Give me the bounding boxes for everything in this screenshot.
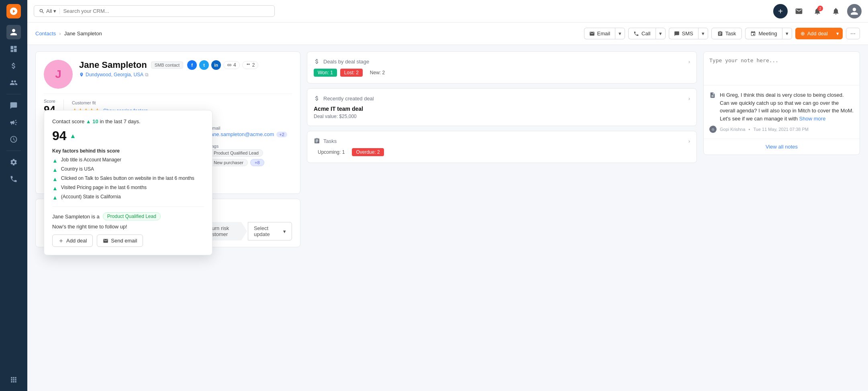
meeting-btn-label: Meeting [758,31,777,37]
sidebar-item-marketing[interactable] [6,115,21,130]
pql-row: Jane Sampleton is a Product Qualified Le… [52,212,204,220]
email-label: Email [209,126,292,130]
email-btn-label: Email [597,31,611,37]
social-icons: f t in 4 2 [187,60,258,70]
deals-header: Deals by deal stage › [314,58,690,65]
select-update-dropdown[interactable]: Select update ▾ [248,222,292,240]
top-navigation: All ▾ + 2 [27,0,868,22]
deals-chevron: › [688,59,690,65]
sidebar-item-settings[interactable] [6,155,21,169]
twitter-icon[interactable]: t [199,60,209,70]
profile-info: Jane Sampleton SMB contact f t in 4 [79,60,292,77]
facebook-icon[interactable]: f [187,60,197,70]
meeting-button[interactable]: Meeting [745,28,782,39]
popup-actions: Add deal Send email [52,234,204,247]
tags-field: Tags Product Qualified Lead New purchase… [209,141,292,169]
factors-title: Key factors behind this score [52,148,204,154]
recent-deal-name: Acme IT team deal [314,106,690,112]
search-filter-dropdown[interactable]: All ▾ [39,8,60,14]
more-options-button[interactable]: ⋯ [846,28,860,39]
call-btn-label: Call [641,31,650,37]
email-icon[interactable] [792,4,806,18]
sidebar-item-chat[interactable] [6,98,21,113]
recent-deal-chevron: › [688,96,690,102]
add-deal-button[interactable]: ⊕ Add deal [795,28,833,39]
customer-fit-label: Customer fit [72,100,151,105]
search-input[interactable] [63,8,270,14]
factor-up-icon-2: ▲ [52,167,58,173]
task-button[interactable]: Task [711,28,742,39]
note-timestamp: Tue 11 May, 2021 07:38 PM [753,127,809,132]
deals-new: New: 2 [366,69,389,77]
tag-list: Product Qualified Lead New purchaser +8 [209,149,292,166]
search-bar[interactable]: All ▾ [34,5,275,17]
show-more-link[interactable]: Show more [799,116,826,122]
popup-add-deal-btn[interactable]: Add deal [52,234,93,247]
email-more-badge[interactable]: +2 [276,132,287,137]
notification-icon[interactable] [829,4,843,18]
sms-button[interactable]: SMS [669,28,698,39]
tag-pql: Product Qualified Lead [209,149,263,157]
add-button[interactable]: + [773,4,788,18]
view-all-notes-btn[interactable]: View all notes [704,138,860,155]
tag-more[interactable]: +8 [250,159,264,166]
user-avatar[interactable] [847,4,862,18]
app-logo[interactable] [6,4,21,18]
sidebar-item-phone[interactable] [6,172,21,186]
sidebar-item-dashboard[interactable] [6,42,21,56]
deals-stage-card: Deals by deal stage › Won: 1 Lost: 2 New… [307,51,697,83]
sidebar-item-contacts[interactable] [6,25,21,39]
add-deal-caret[interactable]: ▾ [833,28,843,39]
notes-input[interactable] [704,52,860,84]
tasks-title: Tasks [323,138,337,144]
contact-location[interactable]: Dundywood, Georgia, USA ⧉ [79,72,292,77]
sms-caret[interactable]: ▾ [698,28,708,39]
note-meta: G Gopi Krishna • Tue 11 May, 2021 07:38 … [709,126,854,133]
meeting-caret[interactable]: ▾ [782,28,792,39]
factor-up-icon-5: ▲ [52,194,58,201]
email-button[interactable]: Email [584,28,615,39]
meeting-action: Meeting ▾ [745,28,792,39]
left-column: J Jane Sampleton SMB contact f t in [35,51,300,247]
sidebar-item-groups[interactable] [6,75,21,90]
deals-lost: Lost: 2 [340,69,363,77]
email-field: Email jane.sampleton@acme.com +2 [209,122,292,141]
topnav-actions: + 2 [773,4,862,18]
links-count[interactable]: 4 [223,61,240,69]
email-value[interactable]: jane.sampleton@acme.com [209,131,274,137]
connections-count[interactable]: 2 [242,61,259,69]
factor-up-icon-3: ▲ [52,176,58,182]
page-actions: Email ▾ Call ▾ SMS ▾ Task [584,28,860,39]
popup-send-email-btn[interactable]: Send email [97,234,143,247]
copy-location-btn[interactable]: ⧉ [145,72,149,77]
score-label: Score [44,99,55,104]
sidebar-item-deals[interactable] [6,59,21,73]
follow-up-text: Now's the right time to follow up! [52,224,204,230]
breadcrumb-separator: › [59,31,61,37]
recent-deal-value: Deal value: $25,000 [314,114,690,119]
breadcrumb-parent[interactable]: Contacts [35,31,56,37]
page-header: Contacts › Jane Sampleton Email ▾ Call ▾ [27,22,868,45]
linkedin-icon[interactable]: in [211,60,221,70]
call-button[interactable]: Call [628,28,655,39]
factor-up-icon-4: ▲ [52,185,58,191]
links-count-label: 4 [233,62,236,68]
profile-top: J Jane Sampleton SMB contact f t in [44,60,292,89]
tasks-chevron: › [688,138,690,144]
sidebar [0,0,27,391]
tasks-row: Upcoming: 1 Overdue: 2 [314,148,690,156]
notes-area: Hi Greg, I think this deal is very close… [703,51,860,155]
tasks-overdue: Overdue: 2 [352,148,384,156]
bell-icon[interactable]: 2 [810,4,825,18]
deal-stages: Won: 1 Lost: 2 New: 2 [314,69,690,77]
email-caret[interactable]: ▾ [615,28,625,39]
sidebar-divider [6,94,21,94]
note-text-1: Hi Greg, I think this deal is very close… [720,92,854,114]
sidebar-item-apps[interactable] [6,373,21,387]
call-caret[interactable]: ▾ [656,28,666,39]
pql-badge: Product Qualified Lead [103,212,161,220]
email-action: Email ▾ [584,28,625,39]
sidebar-item-reports[interactable] [6,132,21,147]
mid-column: Deals by deal stage › Won: 1 Lost: 2 New… [307,51,697,163]
factor-3: ▲ Clicked on Talk to Sales button on web… [52,175,204,182]
